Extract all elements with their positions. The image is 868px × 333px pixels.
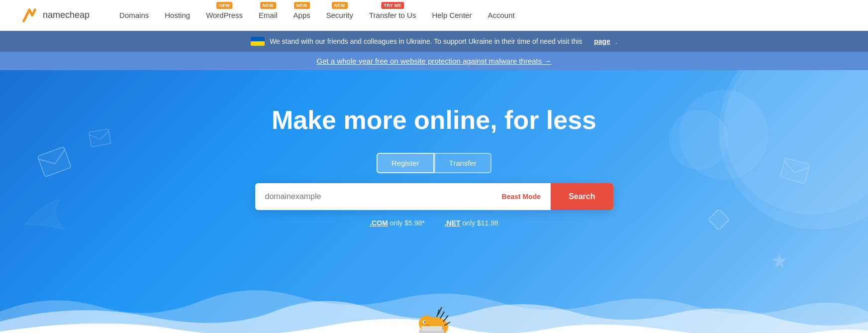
apps-badge: NEW <box>294 2 310 9</box>
deco-envelope-left <box>36 145 73 180</box>
hedgehog-mascot <box>409 295 459 333</box>
domain-search-input[interactable] <box>255 183 492 210</box>
svg-rect-3 <box>780 158 810 184</box>
domain-tabs: Register Transfer <box>377 153 491 173</box>
deco-circle-2 <box>669 110 729 170</box>
net-tld-link[interactable]: .NET <box>445 219 461 227</box>
logo-text: namecheap <box>43 10 90 20</box>
promo-link[interactable]: Get a whole year free on website protect… <box>317 57 552 65</box>
hero-section: Make more online, for less Register Tran… <box>0 70 868 333</box>
pricing-hints: .COM only $5.98* .NET only $11.98 <box>370 219 498 227</box>
main-nav: Domains Hosting NEW WordPress NEW Email … <box>119 11 848 19</box>
deco-circle-1 <box>724 70 868 215</box>
transfer-badge: TRY ME <box>382 2 404 9</box>
ukraine-text: We stand with our friends and colleagues… <box>270 37 582 45</box>
deco-envelope-small <box>88 128 112 150</box>
svg-line-8 <box>443 316 448 322</box>
nav-item-help[interactable]: Help Center <box>432 11 472 19</box>
deco-diamond <box>709 210 729 231</box>
nav-item-hosting[interactable]: Hosting <box>165 11 190 19</box>
deco-fish <box>20 195 80 236</box>
header: namecheap Domains Hosting NEW WordPress … <box>0 0 868 31</box>
nav-item-security[interactable]: NEW Security <box>326 11 353 19</box>
email-badge: NEW <box>260 2 276 9</box>
ukraine-flag <box>251 37 265 46</box>
namecheap-logo-icon <box>20 6 39 25</box>
nav-item-email[interactable]: NEW Email <box>259 11 278 19</box>
tab-register[interactable]: Register <box>377 153 434 173</box>
ukraine-link[interactable]: page <box>594 37 610 45</box>
tab-transfer[interactable]: Transfer <box>434 153 491 173</box>
svg-point-12 <box>424 322 425 323</box>
logo[interactable]: namecheap <box>20 6 90 25</box>
promo-banner: Get a whole year free on website protect… <box>0 52 868 70</box>
security-badge: NEW <box>332 2 348 9</box>
svg-line-7 <box>440 312 444 319</box>
nav-item-apps[interactable]: NEW Apps <box>293 11 310 19</box>
net-pricing: .NET only $11.98 <box>445 219 498 227</box>
search-button[interactable]: Search <box>551 183 613 210</box>
com-pricing: .COM only $5.98* <box>370 219 425 227</box>
nav-item-domains[interactable]: Domains <box>119 11 149 19</box>
hero-title: Make more online, for less <box>272 105 596 135</box>
svg-rect-2 <box>709 210 729 229</box>
ukraine-banner: We stand with our friends and colleagues… <box>0 31 868 52</box>
domain-search-bar: Beast Mode Search <box>255 183 613 210</box>
beast-mode-button[interactable]: Beast Mode <box>492 193 551 201</box>
svg-rect-1 <box>89 129 111 147</box>
nav-item-wordpress[interactable]: NEW WordPress <box>206 11 243 19</box>
nav-item-transfer[interactable]: TRY ME Transfer to Us <box>369 11 416 19</box>
wordpress-badge: NEW <box>216 2 232 9</box>
svg-rect-0 <box>37 147 71 177</box>
svg-rect-15 <box>421 326 442 331</box>
nav-item-account[interactable]: Account <box>487 11 514 19</box>
com-tld-link[interactable]: .COM <box>370 219 388 227</box>
